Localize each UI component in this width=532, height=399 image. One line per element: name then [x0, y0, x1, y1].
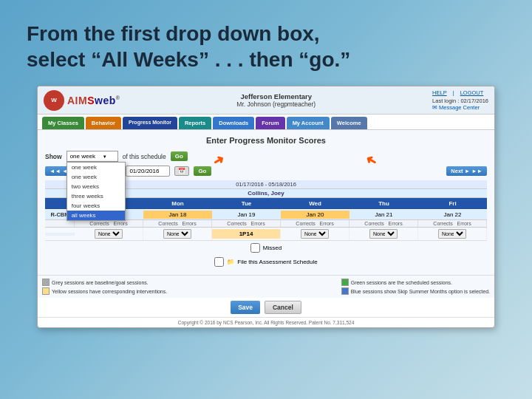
missed-row: Missed: [45, 241, 487, 255]
score-hdr-wed: Corrects Errors: [281, 220, 349, 227]
top-links: HELP | LOGOUT: [432, 89, 488, 96]
date-mon: Jan 18: [143, 211, 212, 219]
score-hdr-tue: Corrects Errors: [212, 220, 281, 227]
nav-welcome[interactable]: Welcome: [331, 117, 367, 129]
wed-header: Wed: [281, 200, 349, 208]
select-mon[interactable]: None: [163, 229, 191, 239]
slide-title: From the first drop down box, select “Al…: [27, 21, 505, 72]
message-center[interactable]: ✉ Message Center: [432, 104, 488, 111]
browser-window: W AIMSweb® Jefferson Elementary Mr. John…: [37, 86, 495, 328]
score-mon: None: [143, 228, 212, 240]
copyright: Copyright © 2016 by NCS Pearson, Inc. Al…: [38, 317, 494, 327]
option-all-weeks[interactable]: all weeks: [67, 211, 125, 220]
logout-link[interactable]: LOGOUT: [460, 89, 484, 96]
title-line1: From the first drop down box,: [27, 22, 320, 45]
legend-right: Green sessions are the scheduled session…: [341, 279, 490, 295]
page-title: Enter Progress Monitor Scores: [45, 136, 487, 145]
legend-gray-text: Grey sessions are baseline/goal sessions…: [52, 280, 149, 285]
student-name: Collins, Joey: [248, 190, 284, 197]
nav-bar: My Classes Behavior Progress Monitor Rep…: [38, 115, 494, 130]
option-one-week[interactable]: one week: [67, 163, 125, 172]
nav-forum[interactable]: Forum: [256, 117, 284, 129]
go-button-1[interactable]: Go: [171, 151, 188, 161]
slide-container: From the first drop down box, select “Al…: [0, 0, 532, 399]
option-three-weeks[interactable]: three weeks: [67, 191, 125, 201]
legend-yellow-text: Yellow sessions have corresponding inter…: [52, 289, 167, 294]
legend-yellow: Yellow sessions have corresponding inter…: [42, 287, 167, 295]
missed-label: Missed: [263, 245, 282, 251]
score-fri: None: [349, 228, 418, 240]
score-hdr-sun: Corrects Errors: [75, 220, 143, 227]
date-input[interactable]: [126, 166, 170, 177]
top-right-info: HELP | LOGOUT Last login : 02/17/2016 ✉ …: [432, 89, 488, 111]
cancel-button[interactable]: Cancel: [265, 301, 301, 314]
nav-behavior[interactable]: Behavior: [86, 117, 121, 129]
option-two-weeks[interactable]: two weeks: [67, 182, 125, 191]
logo-icon: W: [44, 90, 64, 111]
dropdown-container: one week ▼ one week one week two weeks t…: [66, 151, 118, 162]
title-line2: select “All Weeks” . . . then “go.”: [27, 48, 350, 71]
bottom-buttons: Save Cancel: [38, 298, 494, 317]
score-hdr-thu: Corrects Errors: [349, 220, 418, 227]
score-thu: None: [281, 228, 349, 240]
score-wed-input: 1P14: [212, 229, 281, 239]
nav-downloads[interactable]: Downloads: [213, 117, 254, 129]
show-dropdown[interactable]: one week ▼: [66, 151, 118, 162]
option-four-weeks[interactable]: four weeks: [67, 201, 125, 211]
legend-left: Grey sessions are baseline/goal sessions…: [42, 279, 167, 295]
nav-progress-monitor[interactable]: Progress Monitor: [123, 117, 177, 129]
legend-blue-box: [341, 287, 349, 295]
logo-area: W AIMSweb®: [44, 90, 120, 111]
nav-my-classes[interactable]: My Classes: [42, 117, 84, 129]
score-hdr-fri: Corrects Errors: [418, 220, 487, 227]
mon-header: Mon: [143, 200, 212, 208]
show-label: Show: [45, 153, 62, 160]
teacher-name: Mr. Johnson (regpmteacher): [236, 100, 316, 108]
file-row: 📁 File this Assessment Schedule: [45, 255, 487, 269]
date-wed: Jan 20: [281, 211, 349, 219]
school-name: Jefferson Elementary: [236, 92, 316, 100]
show-row: Show one week ▼ one week one week two we…: [45, 151, 487, 162]
legend-yellow-box: [42, 287, 50, 295]
select-sun[interactable]: None: [95, 229, 123, 239]
legend-blue: Blue sessions show Skip Summer Months op…: [341, 287, 490, 295]
option-one-week-dup[interactable]: one week: [67, 172, 125, 182]
of-schedule-label: of this schedule: [123, 153, 166, 160]
help-link[interactable]: HELP: [432, 89, 447, 96]
legend-green-text: Green sessions are the scheduled session…: [351, 280, 452, 285]
topbar: W AIMSweb® Jefferson Elementary Mr. John…: [38, 86, 494, 115]
score-row-label: [45, 233, 75, 236]
missed-checkbox[interactable]: [250, 243, 260, 253]
select-thu[interactable]: None: [301, 229, 329, 239]
next-button[interactable]: Next ► ►►: [446, 166, 487, 176]
select-fri[interactable]: None: [369, 229, 398, 239]
date-tue: Jan 19: [212, 211, 281, 219]
legend-green: Green sessions are the scheduled session…: [341, 279, 490, 286]
logo-text: AIMSweb®: [67, 95, 120, 106]
empty-header: [45, 220, 75, 227]
save-button[interactable]: Save: [231, 301, 260, 314]
main-content: Enter Progress Monitor Scores Show one w…: [38, 130, 494, 275]
legend-gray: Grey sessions are baseline/goal sessions…: [42, 279, 167, 286]
legend-green-box: [341, 279, 349, 286]
file-checkbox[interactable]: [214, 257, 224, 267]
legend-blue-text: Blue sessions show Skip Summer Months op…: [351, 289, 490, 294]
legend-gray-box: [42, 279, 50, 286]
calendar-button[interactable]: 📅: [174, 166, 189, 176]
date-fri: Jan 22: [418, 211, 487, 219]
thu-header: Thu: [349, 200, 418, 208]
score-sun: None: [75, 228, 143, 240]
date-thu: Jan 21: [349, 211, 418, 219]
nav-reports[interactable]: Reports: [179, 117, 211, 129]
go-button-2[interactable]: Go: [194, 166, 211, 176]
nav-my-account[interactable]: My Account: [287, 117, 330, 129]
legend-area: Grey sessions are baseline/goal sessions…: [38, 275, 494, 298]
last-login: Last login : 02/17/2016: [432, 98, 488, 104]
score-input-row: None None 1P14 None None None: [45, 228, 487, 241]
dropdown-open-menu: one week one week two weeks three weeks …: [66, 162, 126, 221]
file-label: File this Assessment Schedule: [237, 259, 318, 265]
fri-header: Fri: [418, 200, 487, 208]
score-hdr-mon: Corrects Errors: [143, 220, 212, 227]
score-sat: None: [418, 228, 487, 240]
select-sat[interactable]: None: [438, 229, 466, 239]
